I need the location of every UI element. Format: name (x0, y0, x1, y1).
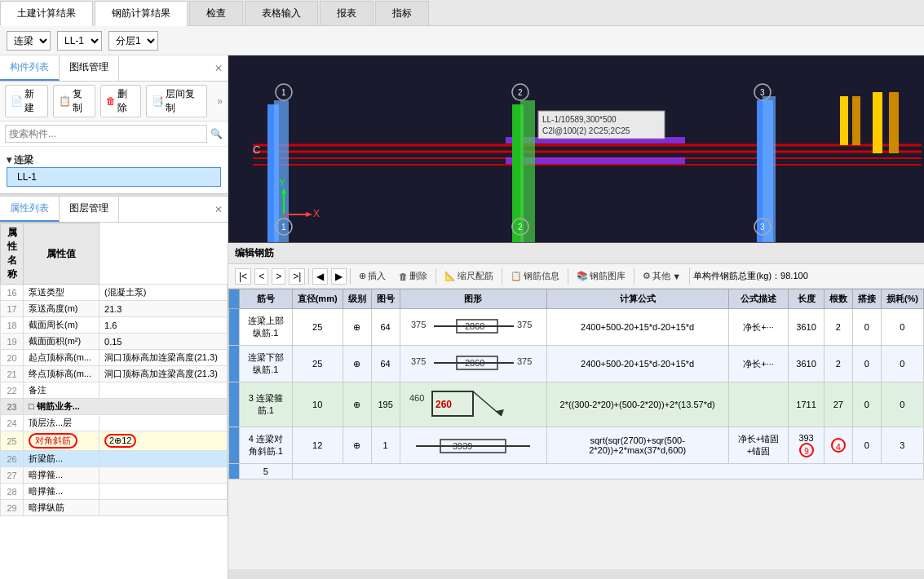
component-type-select[interactable]: 连梁 (7, 31, 51, 51)
rebar-count[interactable]: 2 (824, 346, 852, 382)
attr-value[interactable] (99, 451, 228, 467)
tree-collapse-icon[interactable]: ▾ (7, 154, 11, 166)
right-panel: X Y C LL-1/10589,300*500 C2l@100(2) 2C25… (228, 55, 924, 579)
rebar-grade[interactable]: ⊕ (343, 309, 371, 346)
nav-prev-button[interactable]: < (254, 268, 268, 285)
shape-svg-4: 3939 (408, 430, 538, 459)
horizontal-scrollbar[interactable] (228, 569, 924, 579)
rebar-overlap[interactable]: 0 (852, 309, 881, 346)
attr-value[interactable] (99, 500, 228, 516)
attr-value-diagonal[interactable]: 2⊕12 (99, 431, 228, 451)
search-input[interactable] (5, 125, 207, 143)
rebar-formula[interactable]: 2400+500-20+15*d-20+15*d (546, 346, 728, 382)
rebar-name[interactable]: 3 连梁箍筋.1 (240, 382, 293, 427)
rebar-formula[interactable]: 2*((300-2*20)+(500-2*20))+2*(13.57*d) (546, 382, 728, 427)
copy-button[interactable]: 📋 复制 (53, 85, 96, 117)
rebar-shape-num[interactable]: 64 (371, 346, 400, 382)
tab-rebar-result[interactable]: 钢筋计算结果 (95, 1, 188, 26)
rebar-loss[interactable]: 0 (881, 346, 923, 382)
attr-value[interactable]: 21.3 (99, 301, 228, 317)
rebar-length[interactable]: 3939 (789, 427, 825, 464)
delete-button[interactable]: 🗑 删除 (100, 85, 141, 117)
rebar-overlap[interactable]: 0 (852, 382, 881, 427)
close-left-top-icon[interactable]: ✕ (214, 63, 223, 74)
close-attr-icon[interactable]: ✕ (214, 204, 223, 215)
scale-config-button[interactable]: 📐 缩尺配筋 (440, 268, 498, 284)
tab-construction-result[interactable]: 土建计算结果 (0, 1, 93, 26)
rebar-overlap[interactable]: 0 (852, 427, 881, 464)
attr-value[interactable] (99, 415, 228, 431)
attr-value[interactable]: 0.15 (99, 334, 228, 350)
rebar-name[interactable]: 连梁上部纵筋.1 (240, 309, 293, 346)
tab-drawing-management[interactable]: 图纸管理 (60, 55, 119, 81)
rebar-desc[interactable]: 净长+··· (728, 346, 789, 382)
component-id-select[interactable]: LL-1 (57, 31, 102, 51)
rebar-shape: 375 2860 375 (400, 309, 546, 346)
rebar-diameter[interactable]: 10 (292, 382, 343, 427)
delete-rebar-button[interactable]: 🗑 删除 (394, 268, 432, 284)
rebar-length[interactable]: 3610 (789, 346, 825, 382)
rebar-grade[interactable]: ⊕ (343, 346, 371, 382)
rebar-formula[interactable]: sqrt(sqr(2700)+sqr(500-2*20))+2*max(37*d… (546, 427, 728, 464)
rebar-count[interactable]: 27 (824, 382, 852, 427)
page-next-icon[interactable]: ▶ (331, 268, 347, 285)
rebar-row-4: 4 连梁对角斜筋.1 12 ⊕ 1 3939 s (229, 427, 924, 464)
attr-name: 终点顶标高(m... (24, 366, 99, 382)
rebar-loss[interactable]: 3 (881, 427, 923, 464)
nav-next-button[interactable]: > (272, 268, 285, 285)
tab-attribute-list[interactable]: 属性列表 (0, 197, 60, 222)
attr-value[interactable] (99, 484, 228, 500)
rebar-count[interactable]: 2 (824, 309, 852, 346)
attr-value[interactable]: 洞口顶标高加连梁高度(21.3) (99, 350, 228, 366)
rebar-length[interactable]: 1711 (789, 382, 825, 427)
new-button[interactable]: 📄 新建 (5, 85, 48, 117)
tab-component-list[interactable]: 构件列表 (0, 55, 60, 81)
rebar-loss[interactable]: 0 (881, 382, 923, 427)
attr-value[interactable] (99, 467, 228, 484)
attr-value[interactable]: (混凝土泵) (99, 285, 228, 301)
tab-report[interactable]: 报表 (320, 1, 374, 25)
rebar-desc[interactable]: 净长+··· (728, 309, 789, 346)
tab-table-input[interactable]: 表格输入 (245, 1, 318, 25)
rebar-grade[interactable]: ⊕ (343, 427, 371, 464)
rebar-desc[interactable] (728, 382, 789, 427)
nav-last-button[interactable]: >| (289, 268, 305, 285)
attr-value[interactable] (99, 382, 228, 399)
tab-indicator[interactable]: 指标 (375, 1, 429, 25)
tab-layer-management[interactable]: 图层管理 (60, 197, 119, 222)
layer-copy-button[interactable]: 📑 层间复制 (146, 85, 207, 117)
rebar-shape-num[interactable]: 64 (371, 309, 400, 346)
attr-value[interactable]: 1.6 (99, 317, 228, 334)
rebar-info-button[interactable]: 📋 钢筋信息 (506, 268, 564, 284)
rebar-formula[interactable]: 2400+500-20+15*d-20+15*d (546, 309, 728, 346)
left-bottom-section: 属性列表 图层管理 ✕ 属性名称 属性值 16 (0, 197, 228, 579)
rebar-diameter[interactable]: 25 (292, 346, 343, 382)
page-prev-icon[interactable]: ◀ (312, 268, 328, 285)
attr-name: 暗撑箍... (24, 467, 99, 484)
rebar-diameter[interactable]: 12 (292, 427, 343, 464)
delete-rebar-label: 删除 (409, 270, 427, 282)
rebar-name[interactable]: 4 连梁对角斜筋.1 (240, 427, 293, 464)
nav-first-button[interactable]: |< (235, 268, 251, 285)
layer-select[interactable]: 分层1 (108, 31, 158, 51)
rebar-desc[interactable]: 净长+锚固+锚固 (728, 427, 789, 464)
tab-check[interactable]: 检查 (189, 1, 243, 25)
rebar-count[interactable]: 4 (824, 427, 852, 464)
rebar-overlap[interactable]: 0 (852, 346, 881, 382)
sep3 (435, 268, 436, 285)
rebar-loss[interactable]: 0 (881, 309, 923, 346)
rebar-shape-num[interactable]: 1 (371, 427, 400, 464)
rebar-shape-num[interactable]: 195 (371, 382, 400, 427)
svg-rect-16 (889, 92, 899, 153)
rebar-library-button[interactable]: 📚 钢筋图库 (572, 268, 630, 284)
tree-item-ll1[interactable]: LL-1 (7, 167, 221, 187)
search-icon[interactable]: 🔍 (210, 128, 223, 139)
rebar-grade[interactable]: ⊕ (343, 382, 371, 427)
insert-button[interactable]: ⊕ 插入 (354, 268, 391, 284)
other-button[interactable]: ⚙ 其他 ▼ (638, 268, 686, 284)
rebar-name[interactable]: 连梁下部纵筋.1 (240, 346, 293, 382)
rebar-length[interactable]: 3610 (789, 309, 825, 346)
attr-value[interactable]: 洞口顶标高加连梁高度(21.3) (99, 366, 228, 382)
expand-icon[interactable]: » (217, 95, 223, 107)
rebar-diameter[interactable]: 25 (292, 309, 343, 346)
